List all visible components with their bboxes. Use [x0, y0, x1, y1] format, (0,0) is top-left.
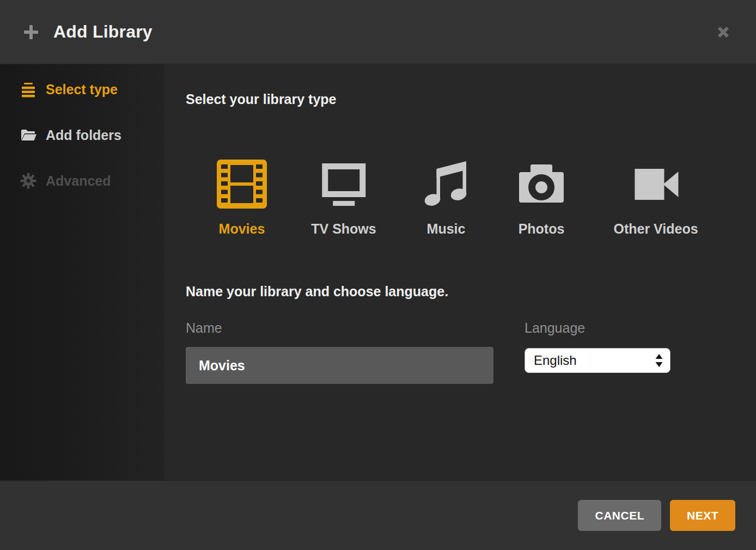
name-section-title: Name your library and choose language.	[186, 284, 448, 300]
sidebar-item-select-type[interactable]: Select type	[20, 76, 164, 102]
library-type-tv-shows[interactable]: TV Shows	[311, 158, 376, 237]
library-type-label: Other Videos	[613, 221, 698, 237]
film-strip-icon	[216, 158, 268, 210]
next-button[interactable]: NEXT	[670, 500, 735, 531]
dialog-footer: CANCEL NEXT	[0, 480, 756, 550]
dialog-title: Add Library	[53, 22, 153, 42]
sidebar-item-label: Select type	[46, 82, 118, 97]
library-type-photos[interactable]: Photos	[515, 158, 568, 237]
dialog-header: Add Library	[0, 0, 756, 64]
plus-icon	[22, 23, 40, 41]
video-camera-icon	[630, 158, 682, 210]
library-type-label: Movies	[219, 221, 265, 237]
library-type-label: Music	[427, 221, 466, 237]
language-select-value: English	[534, 353, 655, 368]
dialog-body: Select type Add folders	[0, 64, 756, 480]
language-select[interactable]: English	[525, 348, 670, 373]
close-button[interactable]	[712, 21, 734, 43]
add-library-dialog: Add Library Select type	[0, 0, 756, 550]
wizard-steps-sidebar: Select type Add folders	[0, 64, 164, 480]
music-note-icon	[420, 158, 472, 210]
step-content: Select your library type	[164, 64, 756, 480]
name-field-label: Name	[186, 320, 222, 336]
cancel-button[interactable]: CANCEL	[578, 500, 661, 531]
tv-icon	[318, 158, 370, 210]
library-name-input[interactable]	[186, 347, 493, 384]
close-icon	[715, 24, 731, 40]
language-field-label: Language	[525, 320, 585, 336]
library-type-other-videos[interactable]: Other Videos	[613, 158, 698, 237]
folder-open-icon	[20, 126, 37, 144]
sidebar-item-label: Advanced	[46, 173, 111, 189]
library-type-label: Photos	[519, 221, 565, 237]
sidebar-item-advanced: Advanced	[20, 168, 164, 194]
sidebar-item-add-folders[interactable]: Add folders	[20, 122, 164, 148]
camera-icon	[515, 158, 568, 210]
library-type-music[interactable]: Music	[420, 158, 472, 237]
gear-icon	[20, 172, 37, 190]
library-type-movies[interactable]: Movies	[216, 158, 268, 237]
list-lines-icon	[20, 81, 37, 98]
library-type-section-title: Select your library type	[186, 91, 337, 107]
select-stepper-icon	[655, 353, 663, 368]
library-type-label: TV Shows	[311, 221, 376, 237]
sidebar-item-label: Add folders	[46, 127, 121, 143]
